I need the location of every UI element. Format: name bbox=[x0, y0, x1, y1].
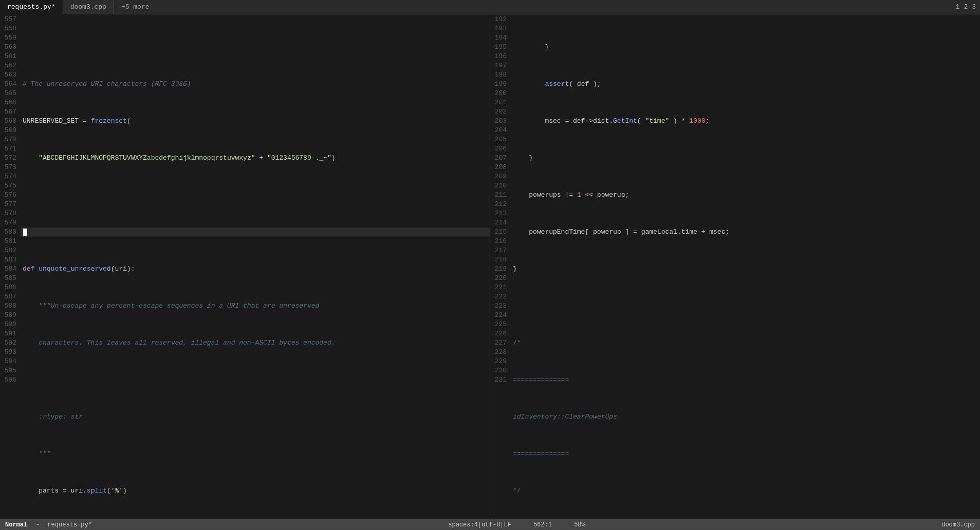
left-code-area: 557 558 559 560 561 562 563 564 565 566 … bbox=[0, 14, 490, 519]
right-code-line-203: ============== bbox=[511, 449, 980, 459]
code-line-567: :rtype: str bbox=[21, 412, 490, 422]
window-controls: 1 2 3 bbox=[956, 3, 980, 11]
right-code-line-204: */ bbox=[511, 486, 980, 496]
status-center: spaces:4|utf-8|LF 562:1 58% bbox=[102, 521, 931, 528]
right-code-line-202: idInventory::ClearPowerUps bbox=[511, 412, 980, 422]
code-line-558: # The unreserved URI characters (RFC 398… bbox=[21, 80, 490, 89]
status-mode: Normal bbox=[5, 521, 27, 528]
right-code-line-200: /* bbox=[511, 338, 980, 348]
code-line-565: characters. This leaves all reserved, il… bbox=[21, 338, 490, 348]
tab-bar: requests.py* doom3.cpp +5 more 1 2 3 bbox=[0, 0, 980, 14]
tab-label: requests.py* bbox=[7, 3, 56, 11]
window-num-1[interactable]: 1 bbox=[956, 3, 960, 11]
status-right-filename: doom3.cpp bbox=[941, 521, 975, 528]
right-line-numbers: 192 193 194 195 196 197 198 199 200 201 … bbox=[490, 14, 511, 519]
right-code-line-192: } bbox=[511, 43, 980, 52]
tab-doom3-cpp[interactable]: doom3.cpp bbox=[63, 0, 114, 14]
status-percent: 58% bbox=[574, 521, 585, 528]
code-line-569: parts = uri.split('%') bbox=[21, 486, 490, 496]
status-bar: Normal ~ requests.py* spaces:4|utf-8|LF … bbox=[0, 519, 980, 530]
left-line-numbers: 557 558 559 560 561 562 563 564 565 566 … bbox=[0, 14, 21, 519]
right-pane: 192 193 194 195 196 197 198 199 200 201 … bbox=[490, 14, 980, 519]
left-code-content: # The unreserved URI characters (RFC 398… bbox=[21, 14, 490, 519]
left-pane: 557 558 559 560 561 562 563 564 565 566 … bbox=[0, 14, 490, 519]
window-num-3[interactable]: 3 bbox=[972, 3, 976, 11]
code-line-559: UNRESERVED_SET = frozenset( bbox=[21, 117, 490, 126]
status-left: Normal ~ requests.py* bbox=[5, 521, 92, 528]
status-right: doom3.cpp bbox=[941, 521, 975, 528]
status-encoding: spaces:4|utf-8|LF bbox=[448, 521, 511, 528]
code-line-560: "ABCDEFGHIJKLMNOPQRSTUVWXYZabcdefghijklm… bbox=[21, 154, 490, 163]
right-code-area: 192 193 194 195 196 197 198 199 200 201 … bbox=[490, 14, 980, 519]
code-line-568: """ bbox=[21, 449, 490, 459]
right-code-line-201: ============== bbox=[511, 375, 980, 385]
tab-label: doom3.cpp bbox=[70, 3, 106, 11]
status-position: 562:1 bbox=[533, 521, 552, 528]
right-code-line-199 bbox=[511, 301, 980, 311]
right-code-line-195: } bbox=[511, 154, 980, 163]
editor-container: 557 558 559 560 561 562 563 564 565 566 … bbox=[0, 14, 980, 519]
code-line-566 bbox=[21, 375, 490, 385]
right-code-line-198: } bbox=[511, 264, 980, 274]
status-tilde: ~ bbox=[35, 521, 39, 528]
code-line-562 bbox=[21, 228, 490, 237]
code-line-557 bbox=[21, 43, 490, 52]
code-line-563: def unquote_unreserved(uri): bbox=[21, 264, 490, 274]
status-filename: requests.py* bbox=[47, 521, 91, 528]
right-code-content: } assert( def ); msec = def->dict.GetInt… bbox=[511, 14, 980, 519]
code-line-564: """Un-escape any percent-escape sequence… bbox=[21, 301, 490, 311]
right-code-line-193: assert( def ); bbox=[511, 80, 980, 89]
tab-more[interactable]: +5 more bbox=[114, 1, 157, 13]
right-code-line-196: powerups |= 1 << powerup; bbox=[511, 191, 980, 200]
right-code-line-197: powerupEndTime[ powerup ] = gameLocal.ti… bbox=[511, 228, 980, 237]
tab-requests-py[interactable]: requests.py* bbox=[0, 0, 63, 14]
code-line-561 bbox=[21, 191, 490, 200]
right-code-line-194: msec = def->dict.GetInt( "time" ) * 1000… bbox=[511, 117, 980, 126]
window-num-2[interactable]: 2 bbox=[964, 3, 968, 11]
